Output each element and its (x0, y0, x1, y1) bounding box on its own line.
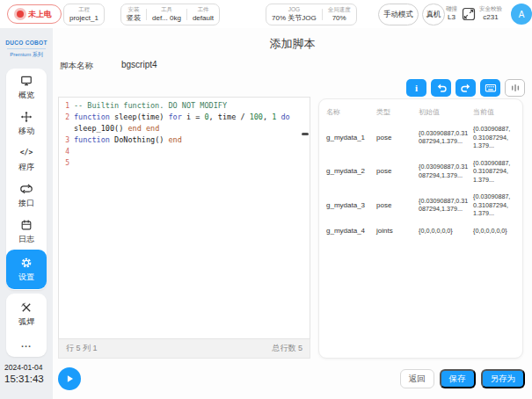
global-speed-value: 70% (332, 15, 346, 22)
variable-row[interactable]: g_mydata_1pose{0.03090887,0.31087294,1.3… (324, 120, 517, 155)
variable-name: g_mydata_1 (326, 134, 376, 141)
col-current: 当前值 (473, 107, 517, 117)
redo-button[interactable] (455, 79, 476, 97)
mount-value: 竖装 (127, 15, 141, 22)
gear-icon (20, 257, 33, 269)
line-number: 3 (59, 134, 74, 146)
variable-current-value: {0,0,0,0,0,0} (473, 227, 517, 236)
monitor-icon (20, 75, 33, 87)
code-line[interactable]: 2function sleep(time) for i = 0, time / … (59, 112, 310, 134)
col-initial: 初始值 (419, 107, 473, 117)
sidebar-item-more[interactable]: ... (6, 333, 47, 354)
jog-info-box[interactable]: JOG 70% 关节JOG 全局速度 70% (266, 4, 357, 25)
tool-label: 工具 (161, 7, 172, 13)
sidebar-item-log[interactable]: 日志 (6, 214, 47, 250)
variable-row[interactable]: g_mydata_3pose{0.03090887,0.31087294,1.3… (324, 188, 517, 222)
project-info-box[interactable]: 工程 project_1 (63, 4, 105, 25)
code-line[interactable]: 1-- Builtin function. DO NOT MODIFY (59, 100, 310, 112)
variable-initial-value: {0.03090887,0.31087294,1.379... (419, 197, 473, 214)
col-type: 类型 (376, 107, 419, 117)
back-button[interactable]: 返回 (400, 369, 434, 388)
variables-panel: 名称 类型 初始值 当前值 g_mydata_1pose{0.03090887,… (318, 98, 523, 359)
manual-mode-button[interactable]: 手动模式 (378, 4, 419, 25)
project-value: project_1 (69, 15, 98, 22)
keyboard-button[interactable] (480, 79, 500, 97)
save-as-button[interactable]: 另存为 (481, 369, 526, 388)
tool-value: def... 0kg (152, 15, 181, 22)
setup-info-box[interactable]: 安装 竖装 工具 def... 0kg 工件 default (120, 4, 220, 25)
variable-initial-value: {0.03090887,0.31087294,1.379... (419, 163, 473, 179)
keyboard-icon (485, 82, 497, 94)
sidebar: DUCO COBOT Premium 系列 概览移动</>程序接口日志设置 弧焊… (0, 28, 53, 399)
play-icon (63, 373, 76, 385)
sidebar-item-settings[interactable]: 设置 (6, 250, 47, 289)
page-title: 添加脚本 (53, 36, 532, 52)
sidebar-extra: 弧焊... (6, 294, 47, 357)
mount-segment: 安装 竖装 (121, 7, 146, 22)
code-text: function sleep(time) for i = 0, time / 1… (74, 112, 295, 134)
sidebar-item-overview[interactable]: 概览 (6, 69, 47, 105)
code-icon: </> (20, 147, 33, 159)
variable-current-value: {0.03090887,0.31087294,1.379... (473, 159, 517, 185)
collision-value: L3 (448, 14, 455, 21)
variable-row[interactable]: g_mydata_2pose{0.03090887,0.31087294,1.3… (324, 155, 517, 189)
real-machine-button[interactable]: 真机 (422, 4, 445, 25)
power-status-dot-icon (17, 11, 24, 18)
code-line[interactable]: 4 (59, 146, 310, 157)
workpiece-segment: 工件 default (187, 7, 219, 22)
variable-current-value: {0.03090887,0.31087294,1.379... (473, 192, 517, 218)
col-name: 名称 (326, 107, 376, 117)
workpiece-label: 工件 (197, 7, 208, 13)
save-button[interactable]: 保存 (440, 369, 476, 388)
move-icon (20, 111, 33, 123)
code-text (74, 157, 295, 169)
sidebar-item-label: 设置 (18, 272, 34, 283)
variable-type: pose (376, 167, 419, 175)
sidebar-item-program[interactable]: </>程序 (6, 141, 47, 178)
variable-row[interactable]: g_mydata_4joints{0,0,0,0,0,0}{0,0,0,0,0,… (324, 222, 517, 240)
expand-arrows-icon[interactable] (461, 6, 476, 21)
project-label: 工程 (78, 7, 90, 13)
editor-status-bar: 行 5 列 1 总行数 5 (58, 339, 310, 359)
safety-check-status: 安全校验 c231 (479, 6, 502, 21)
line-number: 1 (59, 100, 74, 112)
sidebar-item-move[interactable]: 移动 (6, 105, 47, 141)
power-status-label: 未上电 (28, 9, 52, 20)
editor-toolbar: i (406, 79, 525, 97)
total-lines-label: 总行数 5 (272, 343, 302, 354)
ellipsis-icon: ... (21, 338, 32, 349)
brand-logo: DUCO COBOT Premium 系列 (0, 28, 53, 59)
info-button[interactable]: i (406, 79, 426, 97)
script-name-label: 脚本名称 (60, 61, 93, 72)
run-script-button[interactable] (58, 367, 81, 390)
sidebar-item-arc-weld[interactable]: 弧焊 (6, 296, 47, 333)
app-window: 未上电 工程 project_1 安装 竖装 工具 def... 0kg 工件 … (0, 0, 532, 399)
safety-check-value: c231 (483, 14, 498, 21)
global-speed-label: 全局速度 (328, 7, 351, 13)
variable-name: g_mydata_3 (326, 201, 376, 209)
script-name-value[interactable]: bgscript4 (121, 60, 157, 69)
sidebar-item-label: 日志 (18, 234, 34, 245)
user-avatar[interactable]: A (511, 4, 532, 25)
variable-name: g_mydata_4 (326, 227, 376, 235)
line-number: 2 (59, 112, 74, 134)
code-line[interactable]: 5 (59, 157, 310, 169)
sidebar-item-label: 概览 (18, 90, 34, 101)
power-status-button[interactable]: 未上电 (7, 4, 62, 24)
panel-toggle-button[interactable] (505, 79, 525, 97)
code-line[interactable]: 3function DoNothing() end (59, 134, 310, 146)
sidebar-item-interface[interactable]: 接口 (6, 178, 47, 214)
variable-initial-value: {0,0,0,0,0,0} (419, 227, 473, 236)
cursor-position-label: 行 5 列 1 (66, 343, 98, 354)
code-lines: 1-- Builtin function. DO NOT MODIFY2func… (59, 100, 310, 169)
code-text (74, 146, 295, 157)
code-editor[interactable]: 1-- Builtin function. DO NOT MODIFY2func… (58, 97, 310, 339)
sidebar-nav: 概览移动</>程序接口日志设置 (6, 69, 47, 290)
variable-initial-value: {0.03090887,0.31087294,1.379... (419, 129, 473, 146)
line-number: 5 (59, 157, 74, 169)
editor-scrollbar[interactable] (302, 133, 309, 135)
undo-button[interactable] (431, 79, 451, 97)
collision-label: 碰撞 (446, 6, 457, 12)
undo-icon (435, 82, 448, 94)
jog-segment: JOG 70% 关节JOG (266, 7, 322, 22)
